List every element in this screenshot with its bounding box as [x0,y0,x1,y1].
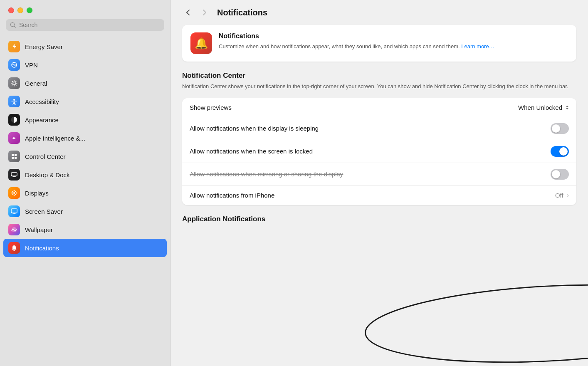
displays-icon [8,187,20,199]
sidebar-item-accessibility[interactable]: Accessibility [3,92,167,111]
wallpaper-label: Wallpaper [25,226,53,233]
info-card-title: Notifications [219,32,494,40]
setting-row-allow-locked: Allow notifications when the screen is l… [182,140,576,163]
select-value-show-previews: When Unlocked [518,104,562,111]
svg-rect-10 [12,157,14,159]
info-card: 🔔 Notifications Customize when and how n… [182,25,576,62]
desktop-dock-icon [8,169,20,181]
toggle-thumb-allow-locked [559,147,568,156]
sidebar-item-vpn[interactable]: VPN [3,56,167,74]
accessibility-icon [8,96,20,107]
svg-rect-11 [15,157,17,159]
sidebar-item-energy-saver[interactable]: Energy Saver [3,37,167,56]
svg-rect-9 [15,154,17,156]
page-title: Notifications [217,8,267,17]
svg-rect-16 [11,209,17,213]
wallpaper-icon [8,224,20,235]
search-container [0,19,170,36]
sidebar-item-wallpaper[interactable]: Wallpaper [3,220,167,239]
toggle-thumb-allow-mirroring [552,170,560,178]
setting-row-allow-sleeping: Allow notifications when the display is … [182,117,576,140]
displays-label: Displays [25,190,49,197]
screen-saver-label: Screen Saver [25,208,63,215]
learn-more-link[interactable]: Learn more… [461,43,494,49]
svg-point-15 [13,192,15,194]
sidebar-item-apple-intelligence[interactable]: ✦Apple Intelligence &... [3,129,167,147]
toggle-thumb-allow-sleeping [552,124,560,133]
info-card-description: Customize when and how notifications app… [219,42,494,51]
setting-label-show-previews: Show previews [190,104,232,111]
sidebar-item-notifications[interactable]: Notifications [3,239,167,257]
energy-saver-label: Energy Saver [25,43,63,50]
setting-row-show-previews[interactable]: Show previewsWhen Unlocked [182,98,576,117]
app-notifications-heading: Application Notifications [182,215,576,223]
sidebar-item-displays[interactable]: Displays [3,184,167,202]
control-center-label: Control Center [25,153,66,160]
sidebar-item-desktop-dock[interactable]: Desktop & Dock [3,166,167,184]
search-input[interactable] [19,22,160,28]
energy-saver-icon [8,41,20,52]
appearance-icon [8,114,20,126]
main-content-wrapper: 🔔 Notifications Customize when and how n… [170,25,588,366]
apple-intelligence-label: Apple Intelligence &... [25,135,85,142]
chevrons-show-previews [566,106,569,109]
search-icon [10,22,16,28]
settings-group: Show previewsWhen Unlocked Allow notific… [182,98,576,205]
main-header: Notifications [170,0,588,25]
close-button[interactable] [8,7,14,13]
svg-point-5 [13,99,15,101]
setting-label-allow-locked: Allow notifications when the screen is l… [190,148,313,155]
maximize-button[interactable] [27,7,32,13]
minimize-button[interactable] [17,7,23,13]
setting-row-allow-iphone[interactable]: Allow notifications from iPhoneOff › [182,186,576,205]
setting-label-allow-iphone: Allow notifications from iPhone [190,192,274,199]
sidebar-item-control-center[interactable]: Control Center [3,147,167,166]
nav-right-allow-iphone: Off › [555,192,569,199]
sidebar-item-screen-saver[interactable]: Screen Saver [3,202,167,220]
control-center-icon [8,151,20,162]
svg-point-18 [14,250,15,251]
notification-center-section: Notification Center Notification Center … [182,72,576,91]
traffic-lights [0,0,170,19]
svg-rect-13 [12,176,16,177]
nav-chevron-allow-iphone: › [567,192,569,199]
accessibility-label: Accessibility [25,98,59,105]
search-box[interactable] [6,19,164,31]
info-card-text: Notifications Customize when and how not… [219,32,494,51]
general-icon [8,77,20,89]
setting-row-allow-mirroring: Allow notifications when mirroring or sh… [182,163,576,186]
info-card-icon: 🔔 [190,32,212,54]
vpn-label: VPN [25,62,38,69]
notifications-label: Notifications [25,245,59,252]
svg-line-1 [14,26,16,28]
back-button[interactable] [182,7,194,18]
apple-intelligence-icon: ✦ [8,132,20,144]
svg-rect-12 [11,173,17,176]
sidebar-item-appearance[interactable]: Appearance [3,111,167,129]
screen-saver-icon [8,205,20,217]
notification-center-desc: Notification Center shows your notificat… [182,82,576,91]
setting-label-allow-sleeping: Allow notifications when the display is … [190,125,319,132]
toggle-allow-sleeping[interactable] [551,123,569,134]
sidebar-item-general[interactable]: General [3,74,167,92]
svg-point-4 [13,82,15,84]
desktop-dock-label: Desktop & Dock [25,171,70,178]
general-label: General [25,80,47,87]
svg-text:✦: ✦ [12,135,16,141]
appearance-label: Appearance [25,116,59,124]
toggle-allow-mirroring[interactable] [551,169,569,180]
sidebar: Energy SaverVPNGeneralAccessibilityAppea… [0,0,170,366]
toggle-allow-locked[interactable] [551,146,569,157]
setting-label-allow-mirroring: Allow notifications when mirroring or sh… [190,171,343,178]
main-content: 🔔 Notifications Customize when and how n… [170,25,588,366]
svg-rect-8 [12,154,14,156]
nav-value-allow-iphone: Off [555,192,563,199]
setting-select-show-previews[interactable]: When Unlocked [518,104,569,111]
main-panel: Notifications 🔔 Notifications Customize … [170,0,588,366]
forward-button[interactable] [199,7,210,18]
notification-center-heading: Notification Center [182,72,576,80]
notifications-icon [8,242,20,254]
sidebar-list: Energy SaverVPNGeneralAccessibilityAppea… [0,36,170,366]
vpn-icon [8,59,20,71]
